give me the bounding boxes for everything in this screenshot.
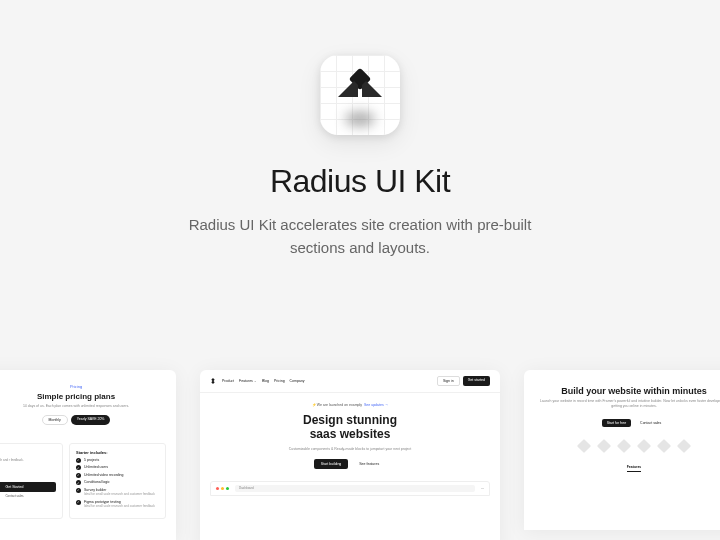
start-building-button[interactable]: Start building [314,459,348,469]
landing-subtitle: Customizable components & Ready-made blo… [200,447,500,451]
pricing-title: Simple pricing plans [0,392,166,401]
hero-title: Radius UI Kit [270,163,450,200]
svg-rect-2 [211,381,214,384]
nav-blog[interactable]: Blog [262,379,269,383]
get-started-button[interactable]: Get started [463,376,490,386]
announcement-bar: ⚡ We are launched on examply See updates… [200,403,500,407]
cta-subtitle: Launch your website in record time with … [538,399,720,409]
check-icon [76,458,81,463]
see-updates-link[interactable]: See updates → [364,403,388,407]
nav-product[interactable]: Product [222,379,234,383]
preview-landing: Product Features⌄ Blog Pricing Company S… [200,370,500,540]
nav-pricing[interactable]: Pricing [274,379,285,383]
check-icon [76,473,81,478]
toggle-monthly[interactable]: Monthly [42,415,68,425]
contact-sales-button[interactable]: Contact sales [635,419,666,427]
hero-subtitle: Radius UI Kit accelerates site creation … [170,214,550,259]
landing-title: Design stunningsaas websites [200,413,500,442]
plan-name: rprise [0,450,56,456]
nav-company[interactable]: Company [290,379,305,383]
tab-features[interactable]: Features [627,465,642,472]
close-icon [216,487,219,490]
check-icon [76,488,81,493]
expand-icon [226,487,229,490]
url-bar: Dashboard [235,485,475,492]
chevron-down-icon: ⌄ [254,379,257,383]
tab-bar: Features [538,465,720,472]
check-icon [76,480,81,485]
browser-chrome: Dashboard ⋯ [210,481,490,496]
cta-title: Build your website within minutes [538,386,720,396]
contact-sales-link[interactable]: Contact sales [0,494,56,498]
start-free-button[interactable]: Start for free [602,419,631,427]
check-icon [76,500,81,505]
pricing-subtitle: 14 days of us. Each plan comes with unli… [0,404,166,409]
check-icon [76,465,81,470]
logo-row [538,441,720,451]
preview-cta: Build your website within minutes Launch… [524,370,720,530]
nav-features[interactable]: Features⌄ [239,379,257,383]
pricing-label: Pricing [0,384,166,389]
minimize-icon [221,487,224,490]
preview-row: Pricing Simple pricing plans 14 days of … [0,370,720,540]
get-started-button[interactable]: Get Started [0,482,56,492]
toggle-yearly[interactable]: Yearly SAVE 20% [71,415,111,425]
app-logo [320,55,400,135]
preview-pricing: Pricing Simple pricing plans 14 days of … [0,370,176,540]
brand-icon [210,378,216,384]
signin-button[interactable]: Sign in [437,376,460,386]
see-features-link[interactable]: See features [352,459,386,469]
